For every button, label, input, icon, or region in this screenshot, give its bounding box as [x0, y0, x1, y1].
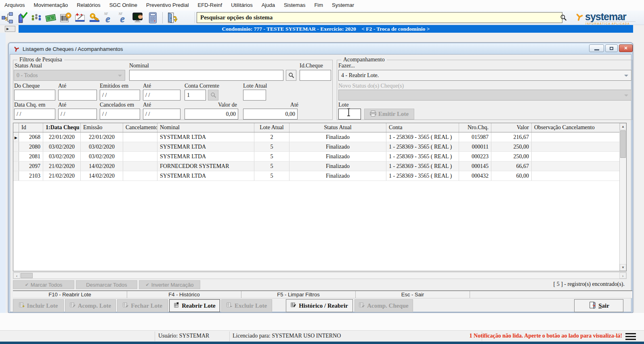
- money-icon[interactable]: $: [44, 11, 58, 25]
- building-check-icon[interactable]: [15, 11, 29, 25]
- id-cheque-input[interactable]: [300, 70, 331, 81]
- do-cheque-input[interactable]: [14, 90, 55, 101]
- fazer-label: Fazer...: [338, 63, 355, 69]
- column-header[interactable]: Conta: [386, 123, 459, 132]
- column-header[interactable]: Nro.Chq.: [459, 123, 491, 132]
- menu-item[interactable]: SGC Online: [105, 0, 142, 10]
- menu-item[interactable]: Systemar: [327, 0, 359, 10]
- emitidos-em-input[interactable]: [100, 90, 140, 101]
- filters-group-label: Filtros de Pesquisa: [17, 57, 64, 63]
- column-header[interactable]: Emissão: [81, 123, 123, 132]
- menu-item[interactable]: Preventivo Predial: [142, 0, 193, 10]
- desktop-area: [0, 313, 644, 330]
- notification-menu-icon[interactable]: [625, 333, 636, 340]
- barcode-icon[interactable]: [58, 11, 73, 25]
- selector-column-header[interactable]: [13, 123, 19, 132]
- planner-icon[interactable]: [73, 11, 87, 25]
- data-chq-ate-input[interactable]: [58, 109, 97, 120]
- table-row[interactable]: ▶ 2068 22/01/2020 22/01/2020 SYSTEMAR LT…: [13, 132, 619, 142]
- lote-atual-input[interactable]: [243, 90, 266, 101]
- scroll-down-arrow[interactable]: ▼: [620, 264, 626, 271]
- historico-reabrir-button[interactable]: Histórico / Reabrir: [286, 299, 353, 312]
- table-row[interactable]: 2097 21/02/2020 14/02/2020 FORNECEDOR SY…: [13, 162, 619, 171]
- valor-de-input[interactable]: [185, 109, 238, 120]
- scroll-up-arrow[interactable]: ▲: [620, 123, 626, 130]
- emitir-lote-button: Emitir Lote: [364, 109, 414, 120]
- nfse-icon[interactable]: NFe: [116, 11, 131, 25]
- text-cursor: [346, 108, 351, 118]
- horizontal-scrollbar[interactable]: ‹ ›: [13, 272, 627, 279]
- table-header: Id 1:Data Chequ Emissão Cancelamento Nom…: [13, 123, 619, 132]
- conta-corrente-input[interactable]: [185, 90, 206, 101]
- scroll-right-arrow[interactable]: ›: [619, 273, 626, 279]
- nominal-input[interactable]: [129, 70, 283, 81]
- reabrir-lote-icon: [174, 302, 179, 309]
- menu-item[interactable]: Movimentação: [29, 0, 73, 10]
- calculator-icon[interactable]: [145, 11, 160, 25]
- menu-item[interactable]: Fim: [310, 0, 327, 10]
- column-header[interactable]: Id: [19, 123, 43, 132]
- cancelados-ate-label: Até: [143, 102, 151, 108]
- support-icon[interactable]: [131, 11, 145, 25]
- menu-item[interactable]: Ajuda: [257, 0, 279, 10]
- cancelados-ate-input[interactable]: [143, 109, 180, 120]
- sair-button[interactable]: Sair: [574, 299, 623, 312]
- toolbar: $ $ NFe NFe systemar INFORMÁTICA APLICAD…: [0, 10, 644, 25]
- horizontal-scroll-thumb[interactable]: [21, 273, 33, 278]
- column-header[interactable]: Cancelamento: [123, 123, 157, 132]
- menu-item[interactable]: Arquivos: [0, 0, 29, 10]
- conta-corrente-label: Conta Corrente: [185, 83, 219, 89]
- table-row[interactable]: 2081 03/02/2020 03/02/2020 SYSTEMAR LTDA…: [13, 152, 619, 162]
- column-header[interactable]: Nominal: [157, 123, 254, 132]
- reabrir-lote-button[interactable]: Reabrir Lote: [169, 299, 220, 312]
- menu-item[interactable]: Relatórios: [72, 0, 105, 10]
- nominal-search-button[interactable]: [286, 70, 296, 81]
- svg-text:e: e: [120, 13, 125, 24]
- emitidos-ate-input[interactable]: [143, 90, 180, 101]
- restore-button[interactable]: [605, 44, 618, 52]
- vertical-scrollbar[interactable]: ▲ ▼: [619, 123, 626, 271]
- status-licenciado: Licenciado para: SYSTEMAR USO INTERNO: [233, 333, 341, 339]
- fkey-hint: Esc - Sair: [356, 291, 470, 298]
- vertical-scroll-thumb[interactable]: [620, 130, 626, 158]
- key-icon[interactable]: [87, 11, 102, 25]
- marcar-todos-button[interactable]: ✔Marcar Todos: [13, 280, 74, 289]
- toolbar-collapse-button[interactable]: ▶: [5, 26, 15, 32]
- data-chq-input[interactable]: [14, 109, 55, 120]
- inverter-marcacao-button[interactable]: ✔Inverter Marcação: [139, 280, 200, 289]
- exit-door-icon[interactable]: [165, 11, 180, 25]
- fazer-select[interactable]: 4 - Reabrir Lote.: [338, 70, 631, 81]
- status-atual-select[interactable]: 0 - Todos: [14, 70, 125, 81]
- column-header[interactable]: Status Atual: [289, 123, 386, 132]
- search-input[interactable]: [197, 12, 562, 23]
- check-icon: ✔: [146, 282, 149, 287]
- column-header[interactable]: 1:Data Chequ: [43, 123, 81, 132]
- conta-search-button[interactable]: [208, 90, 218, 101]
- menu-item[interactable]: Utilitários: [227, 0, 257, 10]
- menu-item[interactable]: EFD-Reinf: [193, 0, 227, 10]
- minimize-button[interactable]: [589, 44, 604, 52]
- valor-ate-input[interactable]: [243, 109, 298, 120]
- do-cheque-ate-input[interactable]: [58, 90, 97, 101]
- systemar-logo: systemar INFORMÁTICA APLICADA: [575, 11, 636, 25]
- desmarcar-todos-button[interactable]: Desmarcar Todos: [76, 280, 137, 289]
- search-icon[interactable]: [560, 14, 567, 23]
- printer-icon: [370, 110, 376, 118]
- historico-reabrir-icon: [291, 302, 296, 309]
- close-button[interactable]: ✕: [619, 44, 633, 52]
- table-row[interactable]: 2080 03/02/2020 03/02/2020 SYSTEMAR LTDA…: [13, 142, 619, 152]
- window-titlebar[interactable]: Listagem de Cheques / Acompanhamentos: [9, 44, 632, 54]
- data-chq-ate-label: Até: [58, 102, 66, 108]
- window-title: Listagem de Cheques / Acompanhamentos: [23, 46, 123, 52]
- menu-item[interactable]: Sistemas: [279, 0, 310, 10]
- column-header[interactable]: Lote Atual: [254, 123, 289, 132]
- table-row[interactable]: 2103 21/02/2020 14/02/2020 SYSTEMAR LTDA…: [13, 171, 619, 181]
- column-header[interactable]: Valor: [491, 123, 532, 132]
- cancelados-em-input[interactable]: [100, 109, 140, 120]
- nfe-icon[interactable]: NFe: [102, 11, 116, 25]
- novo-status-select: [338, 90, 631, 101]
- people-icon[interactable]: [29, 11, 44, 25]
- org-finance-icon[interactable]: $: [0, 11, 15, 25]
- scroll-left-arrow[interactable]: ‹: [13, 273, 20, 279]
- column-header[interactable]: Observação Cancelamento: [532, 123, 619, 132]
